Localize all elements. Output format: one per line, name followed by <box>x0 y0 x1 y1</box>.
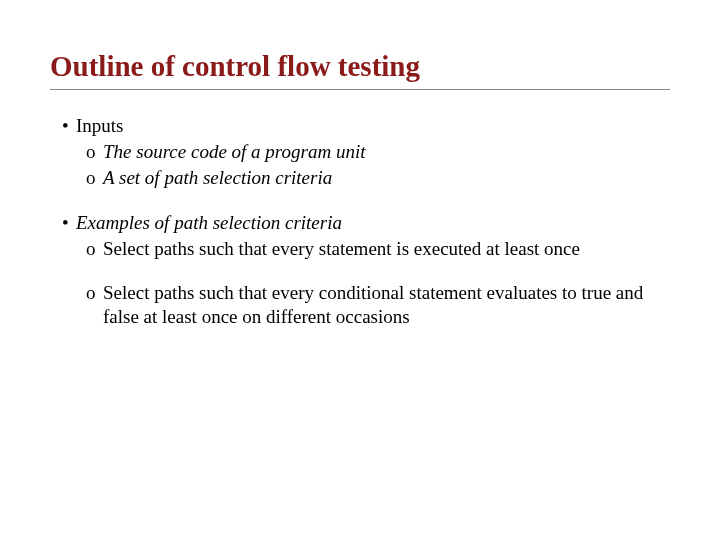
bullet-icon: • <box>62 211 76 235</box>
sub-list: oThe source code of a program unitoA set… <box>62 140 670 190</box>
slide-container: Outline of control flow testing •Inputso… <box>0 0 720 328</box>
sub-list-item-label: A set of path selection criteria <box>103 167 332 188</box>
sub-list-item-label: Select paths such that every conditional… <box>103 282 643 327</box>
slide-title: Outline of control flow testing <box>50 50 670 90</box>
list-item-label: Examples of path selection criteria <box>76 212 342 233</box>
bullet-list: •InputsoThe source code of a program uni… <box>50 114 670 328</box>
sub-list-item: oSelect paths such that every statement … <box>86 237 670 261</box>
list-item: •Examples of path selection criteriaoSel… <box>62 211 670 328</box>
list-item-label: Inputs <box>76 115 124 136</box>
sub-list: oSelect paths such that every statement … <box>62 237 670 328</box>
sub-list-item: oSelect paths such that every conditiona… <box>86 281 670 329</box>
sub-bullet-icon: o <box>86 281 103 305</box>
sub-bullet-icon: o <box>86 237 103 261</box>
bullet-icon: • <box>62 114 76 138</box>
sub-bullet-icon: o <box>86 140 103 164</box>
sub-list-item-label: Select paths such that every statement i… <box>103 238 580 259</box>
sub-list-item-label: The source code of a program unit <box>103 141 365 162</box>
sub-bullet-icon: o <box>86 166 103 190</box>
sub-list-item: oA set of path selection criteria <box>86 166 670 190</box>
sub-list-item: oThe source code of a program unit <box>86 140 670 164</box>
list-item: •InputsoThe source code of a program uni… <box>62 114 670 189</box>
